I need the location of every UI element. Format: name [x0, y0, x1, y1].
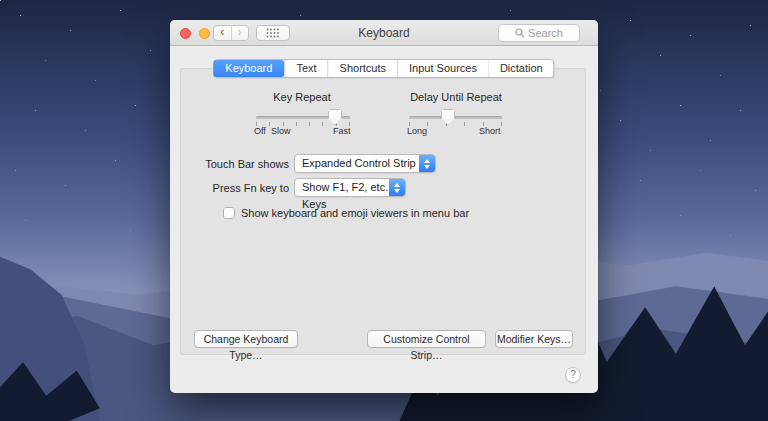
- tab-shortcuts[interactable]: Shortcuts: [328, 60, 397, 77]
- tab-input-sources[interactable]: Input Sources: [397, 60, 488, 77]
- key-repeat-label-fast: Fast: [333, 126, 351, 136]
- delay-slider-track[interactable]: [409, 116, 502, 119]
- search-field[interactable]: Search: [498, 24, 580, 42]
- show-viewers-label: Show keyboard and emoji viewers in menu …: [241, 207, 469, 219]
- popup-stepper-icon: [389, 179, 405, 196]
- show-viewers-checkbox[interactable]: [223, 207, 235, 219]
- title-bar[interactable]: ‹ › Keyboard Search: [170, 20, 598, 46]
- viewers-checkbox-row: Show keyboard and emoji viewers in menu …: [223, 207, 469, 219]
- popup-stepper-icon: [419, 155, 435, 172]
- press-fn-key-value: Show F1, F2, etc. Keys: [302, 181, 388, 210]
- help-button[interactable]: ?: [565, 367, 581, 383]
- desktop-wallpaper: ‹ › Keyboard Search: [0, 0, 768, 421]
- touch-bar-shows-popup[interactable]: Expanded Control Strip: [294, 154, 436, 173]
- tab-dictation[interactable]: Dictation: [488, 60, 554, 77]
- key-repeat-title: Key Repeat: [222, 91, 382, 103]
- tab-text[interactable]: Text: [284, 60, 327, 77]
- press-fn-key-popup[interactable]: Show F1, F2, etc. Keys: [294, 178, 406, 197]
- customize-control-strip-button[interactable]: Customize Control Strip…: [367, 330, 486, 348]
- keyboard-settings-pane: Key Repeat Off Slow Fast Delay Until Rep…: [180, 68, 586, 355]
- touch-bar-shows-label: Touch Bar shows: [181, 155, 289, 174]
- touch-bar-shows-value: Expanded Control Strip: [302, 157, 416, 169]
- tab-keyboard[interactable]: Keyboard: [213, 60, 284, 77]
- key-repeat-label-slow: Slow: [271, 126, 291, 136]
- tab-bar: Keyboard Text Shortcuts Input Sources Di…: [213, 59, 554, 78]
- press-fn-key-label: Press Fn key to: [181, 179, 289, 198]
- modifier-keys-button[interactable]: Modifier Keys…: [495, 330, 573, 348]
- delay-until-repeat-title: Delay Until Repeat: [376, 91, 536, 103]
- search-icon: [515, 28, 525, 38]
- key-repeat-label-off: Off: [254, 126, 266, 136]
- delay-label-short: Short: [479, 126, 501, 136]
- delay-label-long: Long: [407, 126, 427, 136]
- star-field: [0, 0, 1, 1]
- change-keyboard-type-button[interactable]: Change Keyboard Type…: [194, 330, 298, 348]
- search-placeholder: Search: [528, 27, 563, 39]
- system-preferences-window: ‹ › Keyboard Search: [170, 20, 598, 393]
